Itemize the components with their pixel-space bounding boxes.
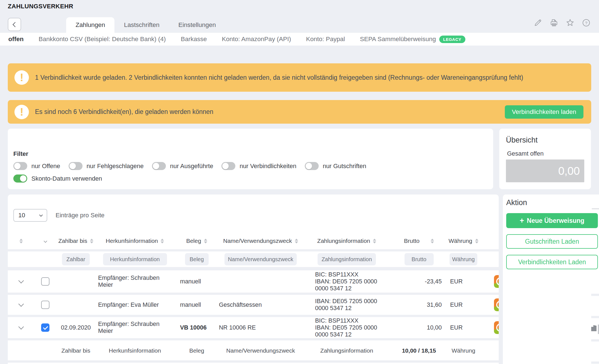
- cell-waehrung: EUR: [447, 278, 480, 285]
- chevron-left-icon: [13, 22, 18, 27]
- toggle-switch[interactable]: [152, 162, 166, 170]
- header-expand: [8, 239, 34, 243]
- table-controls: 10 Einträge pro Seite: [8, 195, 499, 222]
- toggle-knob: [14, 163, 21, 169]
- clipped-edge-divider: [592, 208, 599, 209]
- sort-icon[interactable]: [295, 239, 298, 243]
- subnav-item-paypal[interactable]: Konto: Paypal: [306, 36, 345, 43]
- cell-brutto: -23,45: [391, 278, 447, 285]
- cell-zahlbar: 02.09.2020: [56, 324, 95, 331]
- row-separator: [8, 315, 499, 317]
- load-credits-button[interactable]: Gutschriften Laden: [506, 234, 598, 249]
- row-checkbox-checked[interactable]: [41, 323, 49, 332]
- filter-toggle-row-2: Skonto-Datum verwenden: [13, 174, 488, 183]
- filter-title: Filter: [13, 150, 488, 158]
- herkunft-filter-input[interactable]: [103, 253, 167, 265]
- page-size-label: Einträge pro Seite: [56, 212, 104, 219]
- header-select: [34, 240, 56, 242]
- filter-waehrung: [447, 253, 480, 265]
- clipped-edge-bar: [598, 325, 599, 334]
- subnav-item-offen[interactable]: offen: [8, 36, 24, 43]
- sort-icon[interactable]: [373, 239, 376, 243]
- sort-icon[interactable]: [204, 239, 207, 243]
- sort-icon[interactable]: [161, 239, 164, 243]
- sort-icon[interactable]: [90, 239, 93, 243]
- footer-name: Name/Verwendungszweck: [219, 347, 302, 354]
- column-label: Zahlbar bis: [58, 238, 87, 244]
- subnav-item-barkasse[interactable]: Barkasse: [181, 36, 207, 43]
- help-icon[interactable]: ?: [582, 18, 591, 27]
- row-separator: [591, 316, 599, 318]
- favorite-star-icon[interactable]: [566, 18, 575, 27]
- chevron-down-icon: [39, 213, 43, 217]
- printer-icon[interactable]: [550, 18, 558, 27]
- toggle-label: nur Fehlgeschlagene: [87, 163, 144, 170]
- zahlungsinfo-filter-input[interactable]: [318, 253, 376, 265]
- toggle-knob: [306, 163, 312, 169]
- legacy-badge: LEGACY: [439, 36, 465, 43]
- header-name-verwendungszweck[interactable]: Name/Verwendungszweck: [219, 238, 302, 244]
- header-zahlbar-bis[interactable]: Zahlbar bis: [56, 238, 95, 244]
- header-herkunfsinformation[interactable]: Herkunfsinformation: [95, 238, 174, 244]
- header-brutto[interactable]: Brutto: [391, 238, 447, 244]
- beleg-filter-input[interactable]: [185, 253, 209, 265]
- cell-herkunft: Empfänger: Schrauben Meier: [95, 275, 174, 288]
- tab-lastschriften[interactable]: Lastschriften: [114, 17, 169, 33]
- subnav-item-sepa[interactable]: SEPA SammelüberweisungLEGACY: [360, 36, 465, 43]
- name-filter-input[interactable]: [224, 253, 297, 265]
- expand-chevron-icon[interactable]: [18, 324, 24, 330]
- toggle-switch[interactable]: [221, 162, 235, 170]
- sort-icon[interactable]: [475, 239, 478, 243]
- toggle-knob: [69, 163, 76, 169]
- chevron-down-icon[interactable]: [44, 239, 47, 243]
- main-tabs: Zahlungen Lastschriften Einstellungen: [66, 17, 225, 33]
- footer-zahlungsinfo: Zahlungsinformation: [302, 347, 391, 354]
- row-checkbox[interactable]: [41, 301, 49, 309]
- toggle-knob: [222, 163, 229, 169]
- column-label: Zahlungsinformation: [317, 238, 370, 244]
- subnav-label: Barkasse: [181, 36, 207, 43]
- row-select: [34, 277, 56, 286]
- table-row: Empfänger: Schrauben Meier manuell BIC: …: [8, 270, 499, 293]
- header-waehrung[interactable]: Währung: [447, 238, 480, 244]
- toggle-switch[interactable]: [305, 162, 319, 170]
- page-size-select[interactable]: 10: [13, 209, 47, 222]
- filter-beleg: [174, 253, 219, 265]
- toggle-switch[interactable]: [69, 162, 83, 170]
- subnav-item-bankkonto-csv[interactable]: Bankkonto CSV (Beispiel: Deutsche Bank) …: [39, 36, 166, 43]
- header-beleg[interactable]: Beleg: [174, 238, 219, 244]
- load-liabilities-button[interactable]: Verbindlichkeiten Laden: [506, 255, 598, 269]
- cell-waehrung: EUR: [447, 301, 480, 308]
- row-checkbox[interactable]: [41, 277, 49, 286]
- zahlungsverkehr-page: ZAHLUNGSVERKEHR Zahlungen Lastschriften …: [0, 0, 599, 364]
- subnav-item-amazonpay[interactable]: Konto: AmazonPay (API): [222, 36, 291, 43]
- expand-chevron-icon[interactable]: [18, 278, 24, 283]
- toggle-label: nur Gutschriften: [323, 163, 366, 170]
- payments-table-card: 10 Einträge pro Seite Zahlbar bis Herkun…: [8, 195, 499, 364]
- row-separator: [8, 249, 499, 251]
- toggle-skonto-datum: Skonto-Datum verwenden: [13, 174, 102, 183]
- sort-icon[interactable]: [431, 239, 434, 243]
- waehrung-filter-input[interactable]: [450, 253, 477, 265]
- zahlbar-filter-input[interactable]: [62, 253, 90, 265]
- expand-chevron-icon[interactable]: [18, 301, 24, 307]
- header-zahlungsinformation[interactable]: Zahlungsinformation: [302, 238, 391, 244]
- cell-name: Geschäftsessen: [219, 301, 302, 308]
- back-button[interactable]: [8, 18, 21, 31]
- plus-icon: +: [520, 217, 524, 225]
- sort-icon[interactable]: [19, 239, 23, 243]
- new-transfer-button[interactable]: + Neue Überweisung: [506, 213, 598, 228]
- brutto-filter-input[interactable]: [405, 253, 434, 265]
- alert-text: 1 Verbindlichkeit wurde geladen. 2 Verbi…: [35, 73, 523, 82]
- toggle-switch[interactable]: [13, 162, 27, 170]
- row-separator: [8, 293, 499, 295]
- edit-pencil-icon[interactable]: [533, 18, 542, 27]
- row-separator: [591, 339, 599, 341]
- row-separator: [591, 361, 599, 364]
- toggle-switch[interactable]: [13, 174, 27, 183]
- load-liabilities-alert-button[interactable]: Verbindlichkeiten laden: [505, 105, 583, 119]
- tab-zahlungen[interactable]: Zahlungen: [66, 17, 114, 33]
- tab-einstellungen[interactable]: Einstellungen: [169, 17, 225, 33]
- footer-brutto-total: 10,00 / 18,15: [391, 347, 447, 354]
- alert-liabilities-available: Es sind noch 6 Verbindlichkeit(en), die …: [8, 100, 591, 124]
